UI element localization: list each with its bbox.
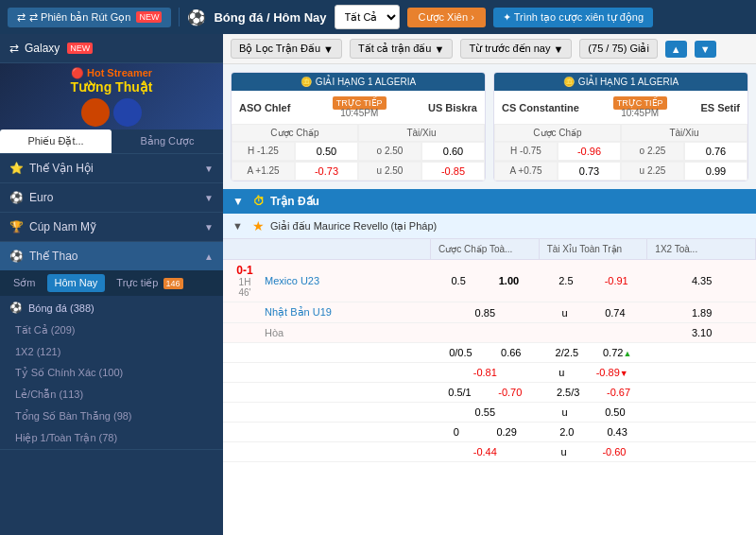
or4-v2[interactable]: 0.66 bbox=[501, 347, 521, 358]
or7-v2[interactable]: 0.55 bbox=[475, 406, 495, 418]
all-match-label: Tất cả trận đấu bbox=[358, 43, 432, 55]
cup-nam-my-header[interactable]: 🏆 Cúp Nam Mỹ ▼ bbox=[0, 213, 223, 241]
bong-da-item[interactable]: ⚽ Bóng đá (388) bbox=[0, 296, 223, 319]
card2-u-v2[interactable]: 0.99 bbox=[684, 162, 747, 181]
hot-streamer-banner: 🔴 Hot Streamer Tường Thuật bbox=[0, 63, 223, 129]
team1-name[interactable]: Mexico U23 bbox=[265, 275, 319, 286]
the-van-hoi-header[interactable]: ⭐ Thế Vận Hội ▼ bbox=[0, 154, 223, 182]
or5-v2[interactable]: -0.81 bbox=[473, 367, 497, 378]
odds-r2-v4[interactable]: 0.74 bbox=[605, 307, 625, 319]
bo-loc-tran-dau-button[interactable]: Bộ Lọc Trận Đấu ▼ bbox=[231, 39, 342, 59]
odds-row2-1x2: 1.89 bbox=[647, 302, 756, 322]
card1-a-v1[interactable]: -0.73 bbox=[295, 162, 358, 181]
or6-v2[interactable]: -0.70 bbox=[498, 387, 522, 398]
tat-ca-item[interactable]: Tất Cả (209) bbox=[0, 319, 223, 341]
card2-o-label: o 2.25 bbox=[621, 142, 684, 161]
card1-a-label: A +1.25 bbox=[232, 162, 295, 181]
1x2-item[interactable]: 1X2 (121) bbox=[0, 341, 223, 362]
match-info-cell-1: 0-1 1H 46' Mexico U23 bbox=[223, 260, 431, 302]
up-arrow-icon: ▲ bbox=[623, 349, 631, 358]
time-button[interactable]: Từ trước đến nay ▼ bbox=[460, 39, 572, 59]
card2-h-v1[interactable]: -0.96 bbox=[558, 142, 621, 161]
euro-header[interactable]: ⚽ Euro ▼ bbox=[0, 183, 223, 212]
card1-u-v2[interactable]: -0.85 bbox=[421, 162, 485, 181]
or7-v3[interactable]: u bbox=[561, 406, 567, 418]
odds-r1-v4[interactable]: -0.91 bbox=[605, 275, 628, 286]
all-select[interactable]: Tất Cả bbox=[335, 5, 400, 29]
card1-header: 🪙 GIẢI HẠNG 1 ALGERIA bbox=[232, 73, 485, 91]
bo-loc-label: Bộ Lọc Trận Đấu bbox=[239, 43, 320, 55]
hiep-1-item[interactable]: Hiệp 1/Toàn Trận (78) bbox=[0, 427, 223, 449]
sub-tab-som[interactable]: Sớm bbox=[6, 274, 43, 292]
or6-v4[interactable]: -0.67 bbox=[607, 387, 630, 398]
auto-bet-button[interactable]: ✦ Trình tạo cược xiên tự động bbox=[493, 8, 653, 27]
le-chan-item[interactable]: Lẻ/Chẵn (113) bbox=[0, 384, 223, 406]
extra-row4-col0 bbox=[223, 343, 431, 362]
the-thao-header[interactable]: ⚽ Thế Thao ▲ bbox=[0, 242, 223, 270]
sub-tab-hom-nay[interactable]: Hôm Nay bbox=[47, 274, 106, 292]
odds-r3-v5[interactable]: 3.10 bbox=[692, 327, 712, 338]
tab-phieu-dat[interactable]: Phiếu Đặt... bbox=[0, 129, 112, 153]
live-count-badge: 146 bbox=[163, 278, 183, 289]
or5-v3[interactable]: u bbox=[558, 367, 564, 378]
or8-v2[interactable]: 0.29 bbox=[496, 426, 516, 438]
odds-r2-v2[interactable]: 0.85 bbox=[475, 307, 495, 319]
team2-name[interactable]: Nhật Bản U19 bbox=[265, 306, 332, 319]
odds-r1-v5[interactable]: 4.35 bbox=[692, 275, 712, 286]
card2-h-label: H -0.75 bbox=[494, 142, 558, 161]
the-thao-label: Thế Thao bbox=[29, 250, 77, 263]
or9-v4[interactable]: -0.60 bbox=[602, 446, 626, 457]
league-name: Giải đấu Maurice Revello (tại Pháp) bbox=[270, 220, 437, 233]
down-arrow-button[interactable]: ▼ bbox=[695, 41, 716, 58]
or9-v2[interactable]: -0.44 bbox=[473, 446, 497, 457]
odds-row3-1x2: 3.10 bbox=[647, 323, 756, 342]
gold-coin-icon: 🪙 bbox=[301, 77, 312, 87]
or6-v1[interactable]: 0.5/1 bbox=[448, 387, 471, 398]
up-arrow-button[interactable]: ▲ bbox=[665, 41, 687, 58]
odds-r1-v1[interactable]: 0.5 bbox=[451, 275, 465, 286]
or4-v1[interactable]: 0/0.5 bbox=[449, 347, 472, 358]
odds-r1-v3[interactable]: 2.5 bbox=[558, 275, 573, 286]
card1-u-label: u 2.50 bbox=[358, 162, 421, 181]
or4-v3[interactable]: 2/2.5 bbox=[556, 347, 578, 358]
cuoc-xien-button[interactable]: Cược Xiên › bbox=[407, 8, 486, 27]
gold-coin-icon2: 🪙 bbox=[563, 77, 575, 87]
card1-h-v1[interactable]: 0.50 bbox=[295, 142, 358, 161]
or8-v4[interactable]: 0.43 bbox=[607, 426, 627, 438]
or9-v3[interactable]: u bbox=[561, 446, 567, 457]
all-match-button[interactable]: Tất cả trận đấu ▼ bbox=[350, 39, 453, 59]
odds-row1-1x2: 4.35 bbox=[647, 260, 756, 302]
new-badge: NEW bbox=[136, 11, 162, 23]
card2-team1: CS Constantine bbox=[502, 102, 579, 113]
phien-ban-button[interactable]: ⇄ ⇄ Phiên bản Rút Gọn NEW bbox=[8, 8, 171, 27]
pagination-info: (75 / 75) Giải bbox=[579, 39, 657, 59]
odds-r2-v3[interactable]: u bbox=[561, 307, 567, 319]
card1-o-v2[interactable]: 0.60 bbox=[421, 142, 485, 161]
or8-v3[interactable]: 2.0 bbox=[559, 426, 574, 438]
match-cards-section: 🪙 GIẢI HẠNG 1 ALGERIA ASO Chlef TRỰC TIẾ… bbox=[223, 64, 756, 189]
match-row-1b: Nhật Bản U19 0.85 u 0.74 1.89 bbox=[223, 302, 756, 323]
section-toggle-icon[interactable]: ▼ bbox=[232, 195, 244, 208]
card2-header: 🪙 GIẢI HẠNG 1 ALGERIA bbox=[494, 73, 747, 91]
tab-bang-cuoc[interactable]: Bảng Cược bbox=[112, 129, 223, 153]
card2-a-v1[interactable]: 0.73 bbox=[558, 162, 621, 181]
favorite-star-icon[interactable]: ★ bbox=[252, 218, 265, 233]
odds-row3-cuoc bbox=[431, 323, 540, 342]
tong-so-item[interactable]: Tổng Số Bàn Thắng (98) bbox=[0, 406, 223, 427]
card2-col-header1: Cược Chấp bbox=[494, 124, 621, 142]
sub-toggle-icon[interactable]: ▼ bbox=[232, 220, 243, 232]
card2-o-v2[interactable]: 0.76 bbox=[684, 142, 747, 161]
odds-r1-v2[interactable]: 1.00 bbox=[499, 275, 519, 286]
match-score: 0-1 bbox=[236, 264, 252, 277]
draw-label: Hòa bbox=[265, 327, 284, 338]
odds-row2-tai: u 0.74 bbox=[540, 302, 648, 322]
or7-v4[interactable]: 0.50 bbox=[605, 406, 625, 418]
galaxy-header[interactable]: ⇄ Galaxy NEW bbox=[0, 34, 223, 63]
ty-so-item[interactable]: Tỷ Số Chính Xác (100) bbox=[0, 362, 223, 384]
card2-u-label: u 2.25 bbox=[621, 162, 684, 181]
sub-tab-truc-tiep[interactable]: Trực tiếp 146 bbox=[109, 274, 190, 292]
odds-r2-v5[interactable]: 1.89 bbox=[692, 307, 712, 319]
or6-v3[interactable]: 2.5/3 bbox=[557, 387, 579, 398]
or8-v1[interactable]: 0 bbox=[454, 426, 459, 438]
card1-team2: US Biskra bbox=[428, 102, 477, 113]
